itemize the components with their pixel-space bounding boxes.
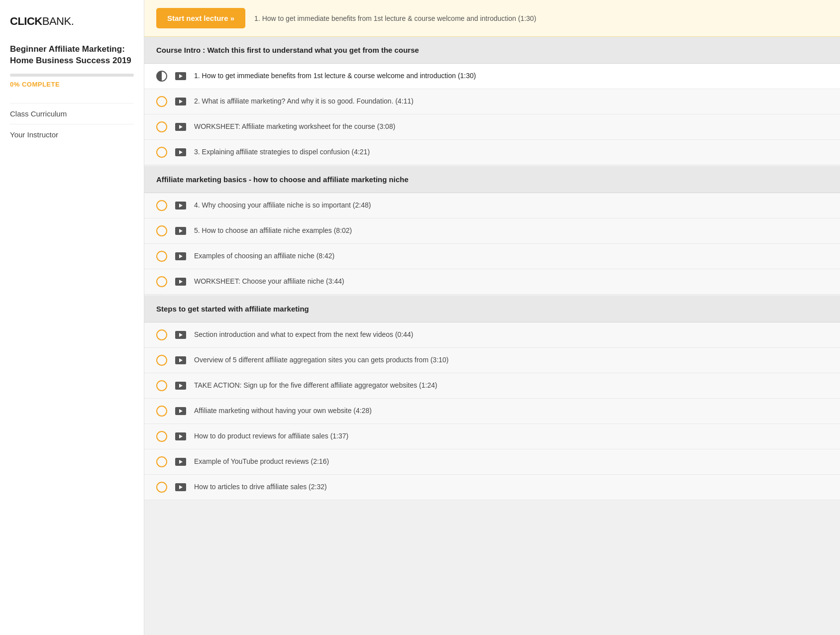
section-1: Affiliate marketing basics - how to choo…: [144, 166, 840, 295]
video-icon: [175, 483, 186, 491]
lecture-item[interactable]: 4. Why choosing your affiliate niche is …: [144, 193, 840, 218]
logo-click: CLICK: [10, 15, 42, 27]
course-title: Beginner Affiliate Marketing: Home Busin…: [10, 44, 134, 67]
start-next-lecture-button[interactable]: Start next lecture »: [156, 8, 245, 28]
lecture-item[interactable]: 1. How to get immediate benefits from 1s…: [144, 64, 840, 89]
lecture-item[interactable]: How to do product reviews for affiliate …: [144, 424, 840, 449]
video-icon: [175, 356, 186, 364]
lecture-title: How to articles to drive affiliate sales…: [194, 482, 327, 492]
lecture-item[interactable]: TAKE ACTION: Sign up for the five differ…: [144, 373, 840, 399]
lecture-title: Section introduction and what to expect …: [194, 330, 413, 340]
lecture-item[interactable]: Examples of choosing an affiliate niche …: [144, 244, 840, 269]
check-circle-icon: [156, 121, 167, 132]
lecture-item[interactable]: WORKSHEET: Affiliate marketing worksheet…: [144, 114, 840, 140]
section-0: Course Intro : Watch this first to under…: [144, 37, 840, 165]
lecture-title: Examples of choosing an affiliate niche …: [194, 251, 334, 261]
check-circle-icon: [156, 482, 167, 493]
logo-bank: BANK.: [42, 15, 74, 27]
lecture-title: TAKE ACTION: Sign up for the five differ…: [194, 381, 437, 391]
check-circle-icon: [156, 200, 167, 211]
check-circle-icon: [156, 225, 167, 236]
lecture-item[interactable]: Example of YouTube product reviews (2:16…: [144, 449, 840, 475]
lecture-item[interactable]: How to articles to drive affiliate sales…: [144, 475, 840, 500]
video-icon: [175, 202, 186, 210]
lecture-item[interactable]: Overview of 5 different affiliate aggreg…: [144, 348, 840, 373]
check-circle-icon: [156, 431, 167, 442]
check-circle-icon: [156, 456, 167, 467]
lecture-title: Affiliate marketing without having your …: [194, 406, 372, 416]
lecture-title: 5. How to choose an affiliate niche exam…: [194, 226, 352, 236]
lecture-item[interactable]: 2. What is affiliate marketing? And why …: [144, 89, 840, 114]
lecture-title: How to do product reviews for affiliate …: [194, 431, 348, 441]
check-circle-icon: [156, 329, 167, 340]
check-circle-icon: [156, 380, 167, 391]
progress-bar-container: [10, 74, 134, 77]
video-icon: [175, 123, 186, 131]
video-icon: [175, 252, 186, 260]
sections-container: Course Intro : Watch this first to under…: [144, 37, 840, 500]
next-lecture-description: 1. How to get immediate benefits from 1s…: [254, 14, 536, 22]
section-items-0: 1. How to get immediate benefits from 1s…: [144, 64, 840, 165]
lecture-title: 4. Why choosing your affiliate niche is …: [194, 201, 371, 211]
lecture-item[interactable]: 3. Explaining affiliate strategies to di…: [144, 140, 840, 165]
video-icon: [175, 98, 186, 106]
lecture-item[interactable]: WORKSHEET: Choose your affiliate niche (…: [144, 269, 840, 295]
video-icon: [175, 331, 186, 339]
check-circle-icon: [156, 276, 167, 287]
video-icon: [175, 432, 186, 440]
lecture-item[interactable]: Section introduction and what to expect …: [144, 322, 840, 348]
next-lecture-bar: Start next lecture » 1. How to get immed…: [144, 0, 840, 37]
sidebar-item-curriculum[interactable]: Class Curriculum: [10, 103, 134, 124]
video-icon: [175, 458, 186, 466]
check-circle-icon: [156, 96, 167, 107]
check-circle-icon: [156, 355, 167, 366]
lecture-title: 1. How to get immediate benefits from 1s…: [194, 71, 476, 81]
video-icon: [175, 148, 186, 156]
section-header-1: Affiliate marketing basics - how to choo…: [144, 166, 840, 193]
video-icon: [175, 227, 186, 235]
video-icon: [175, 407, 186, 415]
lecture-title: WORKSHEET: Affiliate marketing worksheet…: [194, 122, 395, 132]
lecture-title: 3. Explaining affiliate strategies to di…: [194, 147, 370, 157]
video-icon: [175, 278, 186, 286]
section-items-2: Section introduction and what to expect …: [144, 322, 840, 500]
sidebar-item-instructor[interactable]: Your Instructor: [10, 124, 134, 145]
check-circle-icon: [156, 71, 167, 82]
main-content: Start next lecture » 1. How to get immed…: [144, 0, 840, 635]
lecture-title: Overview of 5 different affiliate aggreg…: [194, 355, 449, 365]
video-icon: [175, 72, 186, 80]
sidebar: CLICKBANK. Beginner Affiliate Marketing:…: [0, 0, 144, 635]
check-circle-icon: [156, 406, 167, 417]
section-header-0: Course Intro : Watch this first to under…: [144, 37, 840, 64]
video-icon: [175, 382, 186, 390]
progress-text: 0% COMPLETE: [10, 81, 134, 88]
lecture-item[interactable]: 5. How to choose an affiliate niche exam…: [144, 218, 840, 244]
section-items-1: 4. Why choosing your affiliate niche is …: [144, 193, 840, 295]
sidebar-nav: Class Curriculum Your Instructor: [10, 103, 134, 145]
check-circle-icon: [156, 147, 167, 158]
lecture-title: Example of YouTube product reviews (2:16…: [194, 457, 329, 467]
check-circle-icon: [156, 251, 167, 262]
logo: CLICKBANK.: [10, 15, 134, 28]
section-2: Steps to get started with affiliate mark…: [144, 296, 840, 500]
lecture-title: 2. What is affiliate marketing? And why …: [194, 97, 414, 106]
lecture-item[interactable]: Affiliate marketing without having your …: [144, 399, 840, 424]
lecture-title: WORKSHEET: Choose your affiliate niche (…: [194, 277, 344, 287]
section-header-2: Steps to get started with affiliate mark…: [144, 296, 840, 322]
